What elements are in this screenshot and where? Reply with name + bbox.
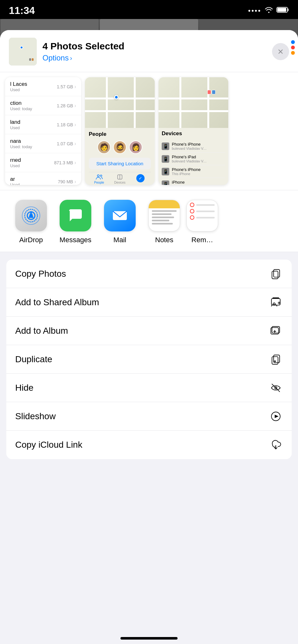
app-icons-row: AirDrop Messages Mail [0, 190, 298, 252]
share-thumbnail [9, 38, 37, 66]
svg-rect-2 [277, 8, 286, 12]
findmy-devices-title: Devices [162, 130, 225, 137]
status-time: 11:34 [9, 5, 35, 16]
app-icon-reminders[interactable]: Rem… [186, 200, 218, 244]
storage-item: rnedUsed 871.3 MB › [5, 153, 81, 172]
copy-icloud-label: Copy iCloud Link [15, 440, 82, 450]
reminders-label: Rem… [191, 236, 213, 244]
findmy-tab-check: ✓ [130, 172, 151, 185]
app-icon-messages[interactable]: Messages [53, 200, 98, 244]
battery-icon [276, 6, 289, 15]
duplicate-icon [269, 352, 283, 366]
device-item-3: 📱 Phone's iPhone This iPhone [162, 165, 225, 178]
status-bar: 11:34 ●●●● [0, 0, 298, 19]
svg-rect-22 [272, 271, 278, 279]
airdrop-label: AirDrop [19, 236, 43, 244]
findmy-tab-people[interactable]: People [89, 172, 109, 185]
avatar-2: 🧔 [113, 141, 126, 154]
mail-label: Mail [113, 236, 126, 244]
device-icon-1: 📱 [162, 142, 169, 150]
shared-album-icon [269, 295, 283, 309]
notes-icon-wrap [148, 200, 180, 231]
device-item-4: 📱 iPhone No location found [162, 178, 225, 185]
share-options-link[interactable]: Options › [42, 54, 266, 62]
hide-action[interactable]: Hide [6, 374, 292, 402]
add-album-label: Add to Album [15, 326, 68, 336]
start-sharing-button[interactable]: Start Sharing Location [89, 158, 151, 169]
svg-marker-39 [275, 414, 279, 418]
findmy-map [85, 77, 155, 128]
airdrop-icon-wrap [15, 200, 47, 231]
notes-label: Notes [155, 236, 173, 244]
findmy-devices-card[interactable]: Devices 📱 Phone's iPhone bulevard Vladis… [159, 77, 228, 185]
app-icon-airdrop[interactable]: AirDrop [9, 200, 53, 244]
share-info: 4 Photos Selected Options › [42, 41, 266, 62]
findmy-people-card[interactable]: People 🧑 🧔 👩 Start Sharing Location [85, 77, 155, 185]
device-icon-2: 📱 [162, 155, 169, 163]
icloud-link-icon [269, 438, 283, 452]
storage-card[interactable]: l LacesUsed 1.57 GB › ctionUsed: today 1… [5, 77, 81, 185]
actions-list: Copy Photos Add to Shared Album [6, 260, 292, 459]
share-header: 4 Photos Selected Options › [0, 30, 298, 72]
slideshow-action[interactable]: Slideshow [6, 402, 292, 431]
device-item-2: 📱 Phone's iPad bulevard Vladislav Varnen… [162, 153, 225, 165]
messages-icon-wrap [60, 200, 91, 231]
storage-item: ctionUsed: today 1.28 GB › [5, 96, 81, 115]
preview-section: l LacesUsed 1.57 GB › ctionUsed: today 1… [0, 72, 298, 190]
svg-rect-1 [288, 9, 288, 11]
close-button[interactable] [272, 43, 289, 60]
add-album-icon [269, 324, 283, 338]
chevron-right-icon: › [70, 54, 72, 62]
reminders-icon-wrap [186, 200, 218, 231]
findmy-tab-devices[interactable]: Devices [109, 172, 130, 185]
storage-item: arUsed 790 MB › [5, 172, 81, 185]
status-icons: ●●●● [248, 6, 289, 15]
svg-line-37 [272, 384, 280, 391]
copy-icloud-action[interactable]: Copy iCloud Link [6, 431, 292, 459]
hide-label: Hide [15, 383, 34, 393]
svg-rect-21 [274, 269, 280, 277]
slideshow-icon [269, 409, 283, 423]
add-shared-album-action[interactable]: Add to Shared Album [6, 288, 292, 317]
share-title: 4 Photos Selected [42, 41, 266, 52]
findmy-devices-map [159, 77, 228, 128]
storage-item: landUsed 1.18 GB › [5, 115, 81, 134]
add-shared-album-label: Add to Shared Album [15, 297, 99, 307]
findmy-devices-list: Devices 📱 Phone's iPhone bulevard Vladis… [159, 128, 228, 185]
device-item-1: 📱 Phone's iPhone bulevard Vladislav Varn… [162, 140, 225, 153]
copy-photos-action[interactable]: Copy Photos [6, 260, 292, 288]
findmy-people-tabs: People Devices ✓ [89, 172, 151, 185]
svg-point-5 [97, 175, 99, 177]
add-album-action[interactable]: Add to Album [6, 317, 292, 345]
slideshow-label: Slideshow [15, 411, 56, 421]
findmy-avatars: 🧑 🧔 👩 [89, 141, 151, 154]
share-sheet: 4 Photos Selected Options › l LacesUsed … [0, 30, 298, 644]
avatar-3: 👩 [129, 141, 142, 154]
avatar-1: 🧑 [97, 141, 111, 154]
messages-label: Messages [60, 236, 91, 244]
hide-icon [269, 381, 283, 395]
storage-item: l LacesUsed 1.57 GB › [5, 77, 81, 96]
device-icon-4: 📱 [162, 180, 169, 185]
app-icon-mail[interactable]: Mail [98, 200, 142, 244]
app-icon-notes[interactable]: Notes [142, 200, 186, 244]
findmy-people-title: People [89, 131, 151, 137]
copy-photos-icon [269, 267, 283, 281]
device-icon-3: 📱 [162, 168, 169, 175]
svg-rect-24 [273, 297, 279, 298]
wifi-icon [264, 7, 273, 14]
findmy-people-bottom: People 🧑 🧔 👩 Start Sharing Location [85, 128, 155, 185]
duplicate-action[interactable]: Duplicate [6, 345, 292, 374]
copy-photos-label: Copy Photos [15, 269, 66, 279]
home-indicator [120, 637, 178, 640]
storage-item: naraUsed: today 1.07 GB › [5, 134, 81, 153]
signal-icon: ●●●● [248, 8, 261, 13]
svg-point-6 [100, 175, 102, 177]
duplicate-label: Duplicate [15, 354, 52, 364]
mail-icon-wrap [104, 200, 136, 231]
